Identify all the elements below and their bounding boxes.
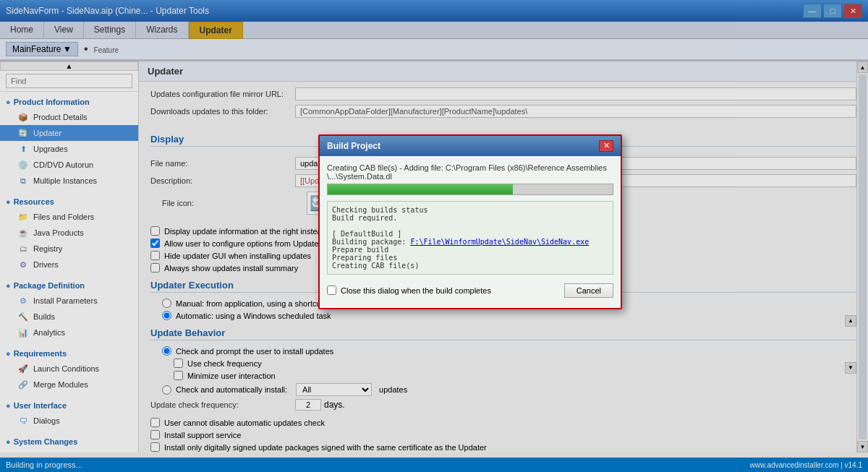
- progress-bar-fill: [328, 184, 513, 194]
- dialog-footer: Close this dialog when the build complet…: [327, 280, 613, 301]
- dialog-status-text: Creating CAB file(s) - Adding file: C:\P…: [327, 163, 613, 181]
- build-package-link[interactable]: F:\File\WinformUpdate\SideNav\SideNav.ex…: [410, 238, 589, 246]
- build-dialog: Build Project ✕ Creating CAB file(s) - A…: [318, 134, 622, 309]
- dialog-overlay: Build Project ✕ Creating CAB file(s) - A…: [0, 0, 868, 452]
- dialog-cancel-button[interactable]: Cancel: [564, 283, 613, 298]
- progress-bar-container: [327, 184, 613, 195]
- dialog-title-bar: Build Project ✕: [320, 136, 621, 156]
- dialog-close-button[interactable]: ✕: [599, 140, 613, 152]
- close-when-done-label: Close this dialog when the build complet…: [341, 286, 491, 295]
- dialog-title: Build Project: [327, 141, 380, 151]
- build-log: Checking builds status Build required. […: [327, 201, 613, 275]
- dialog-body: Creating CAB file(s) - Adding file: C:\P…: [320, 156, 621, 308]
- close-when-done-row: Close this dialog when the build complet…: [327, 286, 491, 295]
- close-when-done-checkbox[interactable]: [327, 286, 336, 295]
